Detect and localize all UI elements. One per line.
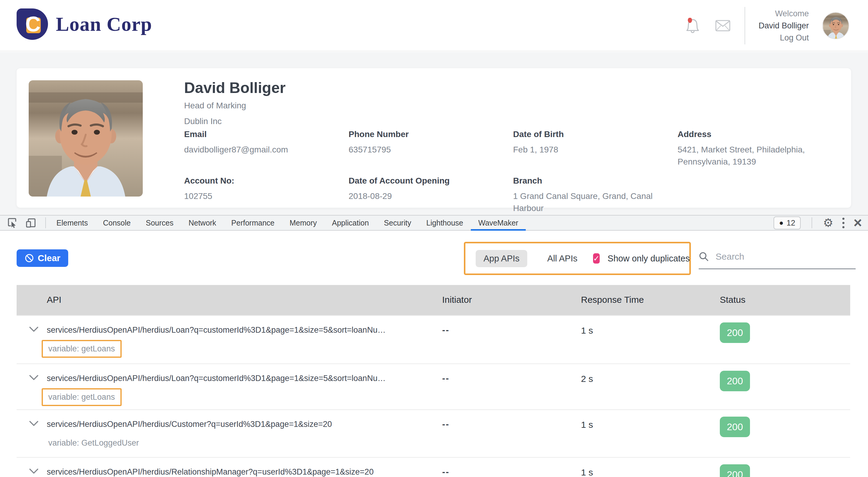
api-url: services/HerdiusOpenAPI/herdius/Loan?q=c… [47,374,386,383]
profile-fields: Email davidbolliger87@gmail.com Phone Nu… [184,129,846,214]
profile-card: David Bolliger Head of Marking Dublin In… [17,68,851,208]
profile-company: Dublin Inc [184,117,222,126]
settings-gear-icon[interactable]: ⚙ [823,217,833,229]
status-badge: 200 [720,322,750,343]
initiator-value: -- [442,419,450,429]
clear-slash-icon [25,253,34,263]
field-email: Email davidbolliger87@gmail.com [184,129,349,168]
tab-performance[interactable]: Performance [224,215,282,230]
initiator-value: -- [442,373,450,383]
avatar[interactable] [822,12,849,39]
column-initiator: Initiator [442,295,472,305]
clear-button[interactable]: Clear [17,249,68,267]
chevron-down-icon[interactable] [29,420,39,427]
devtools-tabs: Elements Console Sources Network Perform… [49,215,526,230]
inspect-element-icon[interactable] [5,215,19,230]
api-url: services/HerdiusOpenAPI/herdius/Relation… [47,467,374,477]
tab-application[interactable]: Application [324,215,376,230]
tab-console[interactable]: Console [95,215,138,230]
field-branch: Branch 1 Grand Canal Square, Grand, Cana… [513,176,678,214]
error-count: 12 [786,218,795,228]
status-badge: 200 [720,417,750,437]
response-time-value: 1 s [581,325,593,336]
welcome-text: Welcome [758,7,809,20]
profile-name: David Bolliger [184,79,285,97]
response-time-value: 1 s [581,420,593,430]
tab-security[interactable]: Security [376,215,418,230]
table-row[interactable]: services/HerdiusOpenAPI/herdius/Customer… [17,409,850,457]
status-badge: 200 [720,464,750,477]
field-dob: Date of Birth Feb 1, 1978 [513,129,678,168]
column-status: Status [720,295,745,305]
variable-label: variable: GetLoggedUser [42,434,146,452]
chevron-down-icon[interactable] [29,468,39,475]
logout-link[interactable]: Log Out [758,32,809,44]
more-options-icon[interactable] [841,216,846,230]
tab-sources[interactable]: Sources [138,215,181,230]
device-toolbar-icon[interactable] [24,215,38,230]
variable-label-highlighted: variable: getLoans [42,340,122,358]
close-devtools-icon[interactable]: × [854,215,862,230]
field-phone: Phone Number 635715795 [349,129,513,168]
chevron-down-icon[interactable] [29,326,39,333]
page-background: David Bolliger Head of Marking Dublin In… [0,52,868,215]
initiator-value: -- [442,467,450,477]
tab-elements[interactable]: Elements [49,215,95,230]
checkmark-icon: ✓ [593,254,600,263]
column-response-time: Response Time [581,295,644,305]
field-address: Address 5421, Market Street, Philadelphi… [678,129,846,168]
header-divider [745,7,745,44]
profile-title: Head of Marking [184,101,246,111]
api-table: API Initiator Response Time Status servi… [17,285,850,477]
table-row[interactable]: services/HerdiusOpenAPI/herdius/Relation… [17,457,850,477]
app-header: C Loan Corp Welcome [0,0,868,51]
error-dot-icon: ● [779,218,783,227]
wavemaker-panel: Clear App APIs All APIs ✓ Show only dupl… [0,231,868,477]
field-account-opening: Date of Account Opening 2018-08-29 [349,176,513,214]
table-header: API Initiator Response Time Status [17,285,850,315]
column-api: API [47,295,61,305]
api-url: services/HerdiusOpenAPI/herdius/Loan?q=c… [47,325,386,335]
brand-name: Loan Corp [56,13,152,36]
brand[interactable]: C Loan Corp [17,8,152,40]
tab-lighthouse[interactable]: Lighthouse [418,215,470,230]
response-time-value: 2 s [581,374,593,384]
segment-app-apis[interactable]: App APIs [476,250,527,267]
chevron-down-icon[interactable] [29,375,39,381]
variable-label-highlighted: variable: getLoans [42,388,122,406]
segment-all-apis[interactable]: All APIs [543,254,582,264]
response-time-value: 1 s [581,467,593,477]
tab-wavemaker[interactable]: WaveMaker [471,215,526,230]
table-row[interactable]: services/HerdiusOpenAPI/herdius/Loan?q=c… [17,363,850,409]
welcome-block: Welcome David Bolliger Log Out [758,7,809,44]
api-filter-group: App APIs All APIs ✓ Show only duplicates [464,242,691,275]
notifications-bell-icon[interactable] [684,17,701,34]
brand-logo-icon: C [17,8,48,40]
app-root: C Loan Corp Welcome [0,0,868,477]
tab-network[interactable]: Network [181,215,224,230]
show-duplicates-label: Show only duplicates [608,254,690,264]
tab-memory[interactable]: Memory [282,215,324,230]
search-input[interactable] [716,251,836,262]
devtools-toolbar: Elements Console Sources Network Perform… [0,215,868,231]
brand-logo-letter: C [24,11,42,37]
api-url: services/HerdiusOpenAPI/herdius/Customer… [47,420,332,429]
header-user-name: David Bolliger [758,20,809,32]
search-box [699,244,856,269]
header-right: Welcome David Bolliger Log Out [684,0,849,51]
table-row[interactable]: services/HerdiusOpenAPI/herdius/Loan?q=c… [17,315,850,363]
profile-photo [29,80,143,197]
initiator-value: -- [442,325,450,335]
show-duplicates-checkbox[interactable]: ✓ [593,253,600,264]
status-badge: 200 [720,371,750,391]
console-error-count[interactable]: ● 12 [774,216,800,230]
field-account-no: Account No: 102755 [184,176,349,214]
search-icon [699,251,709,262]
messages-mail-icon[interactable] [714,17,731,34]
